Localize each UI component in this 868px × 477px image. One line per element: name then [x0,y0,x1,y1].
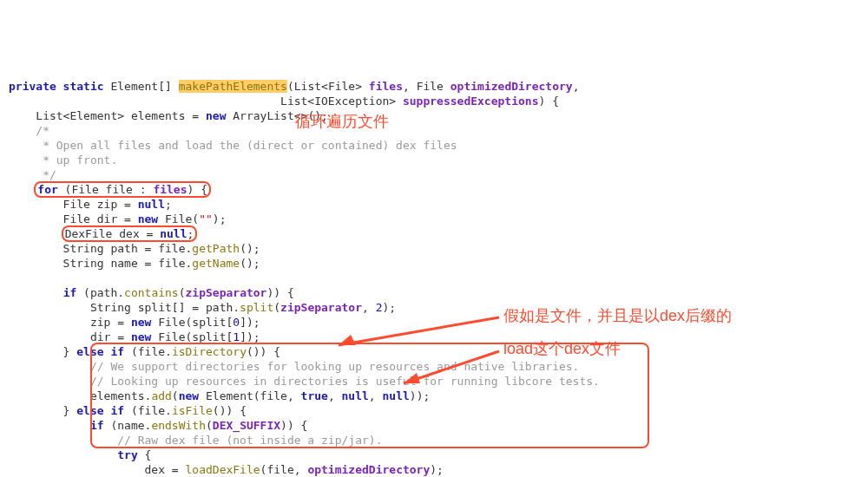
param-files: files [369,80,403,93]
annot-loop: 循环遍历文件 [295,114,389,129]
method-name-highlight: makePathElements [179,80,287,93]
annot-isfile: 假如是文件，并且是以dex后缀的 [503,309,732,323]
sig-after: (List<File> [287,80,369,93]
param-suppressed: suppressedExceptions [403,95,539,108]
param-optdir: optimizedDirectory [450,80,573,93]
annot-load: load这个dex文件 [503,342,621,356]
code-block: private static Element[] makePathElement… [9,64,859,477]
kw-private-static: private static [9,80,110,93]
comment-block: /* [9,124,49,137]
ret-type: Element[] [110,80,178,93]
dexfile-decl-highlight: DexFile dex = null; [63,227,196,240]
for-loop-highlight: for (File file : files) { [36,183,209,196]
